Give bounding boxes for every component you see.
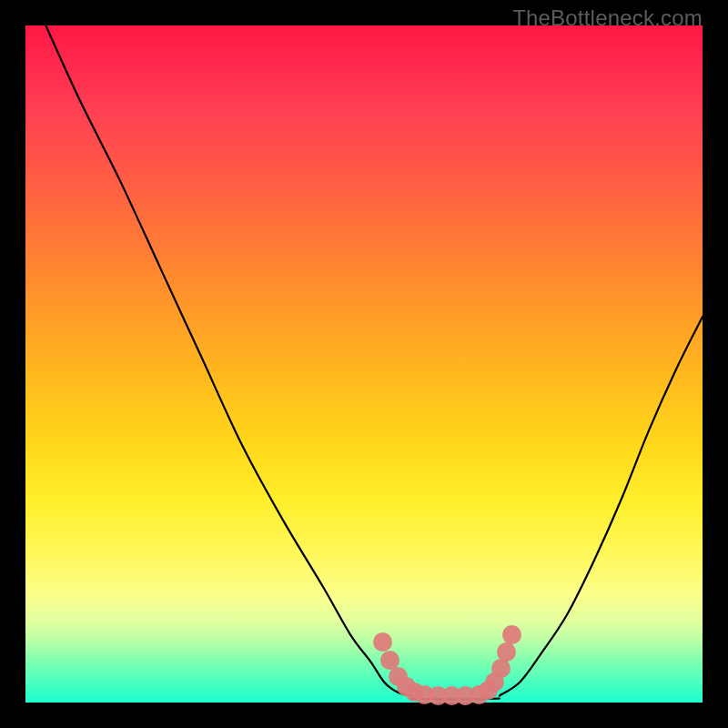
attribution-text: TheBottleneck.com <box>512 5 703 31</box>
right-curve-path <box>500 317 703 696</box>
bottleneck-curve <box>25 25 703 703</box>
floor-dot <box>491 659 511 678</box>
floor-dot <box>497 642 516 662</box>
chart-frame: TheBottleneck.com <box>0 0 728 728</box>
floor-dot <box>502 625 521 644</box>
floor-dot <box>373 632 392 652</box>
left-curve-path <box>46 25 411 696</box>
